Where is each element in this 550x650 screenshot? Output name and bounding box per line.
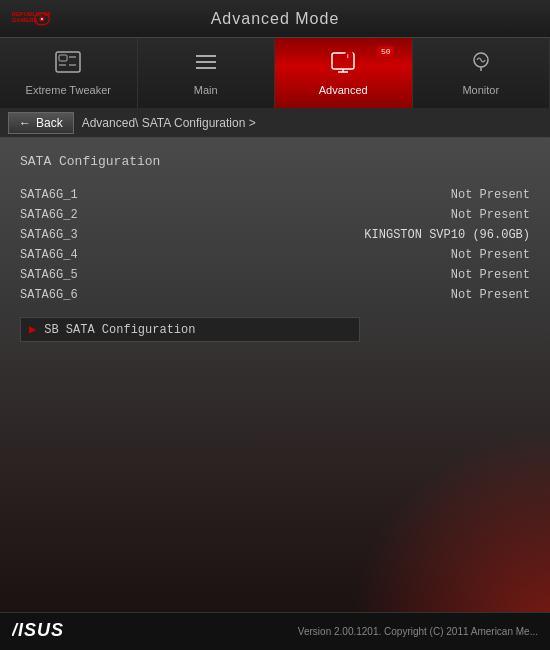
sata-row: SATA6G_5Not Present	[20, 265, 530, 285]
sata-row: SATA6G_6Not Present	[20, 285, 530, 305]
sata-port-name: SATA6G_3	[20, 228, 78, 242]
asus-brand: /ISUS	[12, 618, 82, 645]
main-content: SATA Configuration SATA6G_1Not PresentSA…	[0, 138, 550, 628]
svg-point-5	[41, 17, 43, 19]
svg-text:GAMERS: GAMERS	[12, 17, 38, 23]
tab-advanced-badge: 50	[378, 46, 394, 57]
svg-text:/ISUS: /ISUS	[12, 620, 64, 640]
sata-table: SATA6G_1Not PresentSATA6G_2Not PresentSA…	[20, 185, 530, 305]
rog-logo: REPUBLIC OF GAMERS	[10, 5, 52, 33]
main-icon	[192, 50, 220, 80]
bg-glow-decoration	[350, 428, 550, 628]
sb-sata-row[interactable]: ▶ SB SATA Configuration	[20, 317, 360, 342]
sata-port-value: KINGSTON SVP10 (96.0GB)	[364, 228, 530, 242]
sata-port-name: SATA6G_1	[20, 188, 78, 202]
sata-port-name: SATA6G_5	[20, 268, 78, 282]
sata-port-value: Not Present	[451, 208, 530, 222]
sb-sata-label: SB SATA Configuration	[44, 323, 195, 337]
footer: /ISUS Version 2.00.1201. Copyright (C) 2…	[0, 612, 550, 650]
sata-row: SATA6G_1Not Present	[20, 185, 530, 205]
sata-port-value: Not Present	[451, 188, 530, 202]
tab-monitor-label: Monitor	[462, 84, 499, 96]
sb-sata-arrow-icon: ▶	[29, 322, 36, 337]
extreme-tweaker-icon	[54, 50, 82, 80]
back-label: Back	[36, 116, 63, 130]
header: REPUBLIC OF GAMERS Advanced Mode	[0, 0, 550, 38]
sata-port-value: Not Present	[451, 248, 530, 262]
sata-port-name: SATA6G_4	[20, 248, 78, 262]
sata-port-value: Not Present	[451, 268, 530, 282]
sata-port-value: Not Present	[451, 288, 530, 302]
tab-extreme-tweaker-label: Extreme Tweaker	[26, 84, 111, 96]
tab-monitor[interactable]: Monitor	[413, 38, 551, 108]
section-title: SATA Configuration	[20, 154, 530, 169]
back-button[interactable]: ← Back	[8, 112, 74, 134]
monitor-icon	[467, 50, 495, 80]
footer-version: Version 2.00.1201. Copyright (C) 2011 Am…	[298, 626, 538, 637]
sata-row: SATA6G_2Not Present	[20, 205, 530, 225]
breadcrumb-bar: ← Back Advanced\ SATA Configuration >	[0, 108, 550, 138]
nav-tabs: Extreme Tweaker Main i Advanced 50	[0, 38, 550, 108]
svg-rect-7	[59, 55, 67, 61]
back-arrow-icon: ←	[19, 116, 31, 130]
sata-row: SATA6G_3KINGSTON SVP10 (96.0GB)	[20, 225, 530, 245]
tab-advanced[interactable]: i Advanced 50	[275, 38, 413, 108]
sata-row: SATA6G_4Not Present	[20, 245, 530, 265]
breadcrumb-path: Advanced\ SATA Configuration >	[82, 116, 256, 130]
tab-extreme-tweaker[interactable]: Extreme Tweaker	[0, 38, 138, 108]
sata-port-name: SATA6G_6	[20, 288, 78, 302]
tab-main-label: Main	[194, 84, 218, 96]
tab-main[interactable]: Main	[138, 38, 276, 108]
header-title: Advanced Mode	[211, 10, 340, 28]
tab-advanced-label: Advanced	[319, 84, 368, 96]
sata-port-name: SATA6G_2	[20, 208, 78, 222]
advanced-icon: i	[329, 50, 357, 80]
